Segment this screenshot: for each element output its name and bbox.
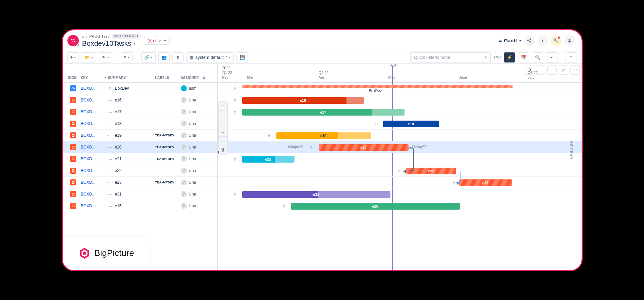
nav-up-button[interactable]: ↑ [219, 102, 227, 111]
table-row[interactable]: BOXD...•—e16?Una [63, 94, 217, 106]
col-labels[interactable]: LABELS [155, 76, 181, 80]
assignee-cell[interactable]: ?Una [181, 156, 204, 162]
nav-down-button[interactable]: ↓ [219, 111, 227, 119]
summary-cell[interactable]: e19 [115, 133, 155, 138]
team-button[interactable]: 👥 [158, 52, 170, 62]
scroll-to-icon[interactable]: ⇮ [267, 133, 271, 138]
search-button[interactable]: 🔍 [532, 52, 543, 62]
scroll-to-icon[interactable]: ⇮ [233, 86, 236, 91]
summary-cell[interactable]: e22 [115, 168, 155, 173]
bolt-button[interactable]: ⚡ [504, 52, 515, 62]
app-logo[interactable]: ★ [67, 35, 79, 46]
gantt-bar[interactable]: e16 [242, 97, 364, 104]
assignee-cell[interactable]: ?Una [181, 203, 204, 209]
summary-cell[interactable]: e23 [115, 180, 155, 185]
gantt-pane[interactable]: 2022 ⊙ − + ⤢ ⋯ Q1 22Q2 22Q3 22FebMarAprM… [218, 64, 582, 270]
summary-cell[interactable]: e31 [115, 192, 155, 197]
gantt-bar[interactable]: e23 [459, 179, 512, 186]
nav-right-button[interactable]: → [219, 128, 227, 137]
assignee-cell[interactable]: ?Una [181, 144, 204, 150]
scroll-to-icon[interactable]: ⇮ [452, 180, 456, 185]
table-row[interactable]: BOXD...•—e19TEAM#TDEV?Una [63, 130, 217, 141]
nav-more-button[interactable]: ⋯ [219, 137, 227, 145]
star-icon[interactable]: ★ [76, 43, 80, 48]
gantt-bar[interactable]: e18 [383, 121, 439, 127]
align-button[interactable]: ≡▾ [121, 52, 132, 62]
gantt-more-button[interactable]: ⋯ [570, 65, 580, 75]
table-row[interactable]: BOXD...•—e31?Una [63, 188, 217, 200]
scroll-to-icon[interactable]: ⇮ [374, 122, 377, 126]
gantt-row[interactable]: ⇮e31 [218, 188, 582, 200]
assignee-cell[interactable]: ?Una [181, 132, 204, 138]
col-summary[interactable]: ▾SUMMARY [105, 76, 155, 80]
save-button[interactable]: 💾 [236, 52, 248, 62]
table-row[interactable]: BOXD...•—e21TEAM#TDEV?Una [63, 153, 217, 165]
table-row[interactable]: BOXD...•—e15?Una [63, 200, 217, 212]
summary-cell[interactable]: BoxDev [115, 86, 155, 91]
home-icon[interactable]: ⌂ [82, 34, 85, 38]
fit-button[interactable]: ⤢ [559, 65, 568, 75]
gantt-row[interactable]: ⇮04/Apr/22e2011/May/22 [218, 141, 582, 153]
table-row[interactable]: BOXD...•—e20TEAM#TDEV?Una [63, 141, 217, 153]
gantt-bar[interactable]: e21 [242, 156, 294, 163]
table-row[interactable]: BOXD...•—e17?Una [63, 106, 217, 118]
summary-cell[interactable]: e21 [115, 157, 155, 161]
live-toggle[interactable]: ((•)) Live ▾ [144, 37, 170, 45]
scroll-to-icon[interactable]: ⇮ [233, 157, 236, 162]
gantt-row[interactable]: ⇮e17 [218, 106, 582, 118]
issue-key[interactable]: BOXD... [81, 98, 105, 102]
summary-cell[interactable]: e18 [115, 121, 155, 126]
scroll-to-icon[interactable]: ⇮ [233, 110, 236, 115]
share-button[interactable] [524, 35, 535, 46]
gantt-row[interactable]: ⇮BoxDev [218, 83, 582, 94]
view-selector[interactable]: ≡ Gantt ▾ [499, 38, 521, 43]
scroll-to-icon[interactable]: ⇮ [282, 204, 285, 209]
gantt-bar[interactable]: e19 [276, 132, 371, 139]
infobar-toggle[interactable]: INFOBAR [569, 141, 573, 159]
table-row[interactable]: BOXD...•—e22?Una [63, 165, 217, 177]
more-button[interactable]: ⋯ [546, 52, 557, 62]
assignee-cell[interactable]: ?Una [181, 191, 204, 197]
gantt-row[interactable]: ⇮e21 [218, 153, 582, 165]
assignee-cell[interactable]: ?Una [181, 179, 204, 185]
issue-key[interactable]: BOXD... [81, 86, 105, 91]
assignee-cell[interactable]: ?Una [181, 97, 204, 103]
gantt-bar[interactable]: e15 [291, 203, 460, 210]
gantt-row[interactable]: ⇮e19 [218, 130, 582, 141]
zoom-in-button[interactable]: + [547, 65, 557, 75]
issue-key[interactable]: BOXD... [81, 168, 105, 173]
tree-toggle[interactable]: ▾ [105, 86, 115, 90]
gantt-bar[interactable]: e20 [319, 144, 409, 151]
parent-bar[interactable] [242, 85, 513, 88]
gantt-row[interactable]: ⇮e18 [218, 118, 582, 130]
summary-cell[interactable]: e15 [115, 204, 155, 208]
export-button[interactable]: ⬆ [172, 52, 184, 62]
summary-cell[interactable]: e20 [115, 145, 155, 149]
scroll-to-icon[interactable]: ⇮ [310, 145, 313, 150]
user-button[interactable] [564, 35, 575, 46]
assignee-cell[interactable]: adm [181, 85, 204, 91]
page-title[interactable]: Boxdev10Tasks ▾ [82, 39, 141, 47]
scroll-to-icon[interactable]: ⇮ [233, 192, 236, 197]
and-operator[interactable]: AND [493, 55, 501, 59]
table-row[interactable]: ◷BOXD...▾BoxDevadm [63, 83, 217, 94]
assignee-cell[interactable]: ?Una [181, 109, 204, 115]
issue-key[interactable]: BOXD... [81, 133, 105, 138]
gantt-bar[interactable]: e31 [242, 191, 390, 198]
gantt-row[interactable]: ⇮e22 [218, 165, 582, 177]
layout-selector[interactable]: ▦ system default * ▾ [186, 52, 234, 62]
breadcrumb-project[interactable]: PROG-1998 [89, 34, 110, 38]
issue-key[interactable]: BOXD... [81, 110, 105, 114]
nav-left-button[interactable]: ← [219, 119, 227, 128]
column-config-button[interactable]: ⚙ [202, 76, 209, 80]
info-button[interactable]: i [537, 35, 548, 46]
collapse-button[interactable]: ⌃ [566, 52, 577, 62]
folder-button[interactable]: 📂▾ [82, 52, 96, 62]
issue-key[interactable]: BOXD... [81, 204, 105, 208]
scroll-to-icon[interactable]: ⇮ [397, 169, 400, 173]
view-button[interactable]: 👁▾ [99, 52, 112, 62]
issue-key[interactable]: BOXD... [81, 121, 105, 126]
settings-button[interactable]: 🔧 [551, 35, 561, 46]
col-icon[interactable]: ICON [65, 76, 81, 80]
col-assignee[interactable]: ASSIGNEE [181, 76, 202, 80]
